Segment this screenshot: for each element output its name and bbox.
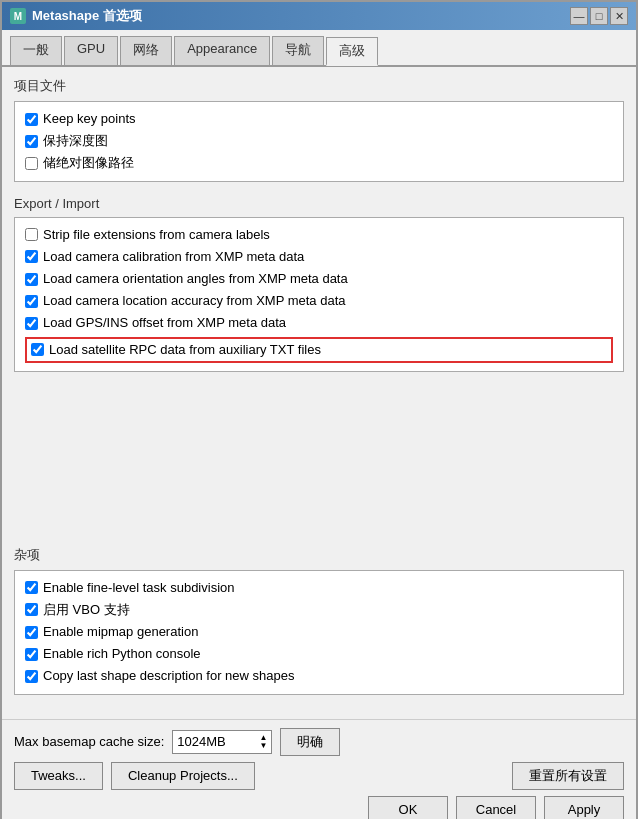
footer: Max basemap cache size: 1024MB ▲ ▼ 明确 Tw…: [2, 719, 636, 819]
project-files-section: 项目文件 Keep key points 保持深度图 储绝对图像路径: [14, 77, 624, 182]
dialog-title: Metashape 首选项: [32, 7, 142, 25]
footer-bottom-left: Tweaks... Cleanup Projects...: [14, 762, 255, 790]
ok-cache-button[interactable]: 明确: [280, 728, 340, 756]
strip-extensions-label: Strip file extensions from camera labels: [43, 226, 270, 244]
satellite-rpc-checkbox[interactable]: [31, 343, 44, 356]
copy-shape-checkbox[interactable]: [25, 670, 38, 683]
copy-shape-label: Copy last shape description for new shap…: [43, 667, 294, 685]
checkbox-strip-extensions: Strip file extensions from camera labels: [25, 226, 613, 244]
checkbox-satellite-rpc: Load satellite RPC data from auxiliary T…: [25, 337, 613, 363]
project-files-box: Keep key points 保持深度图 储绝对图像路径: [14, 101, 624, 182]
camera-orientation-label: Load camera orientation angles from XMP …: [43, 270, 348, 288]
misc-box: Enable fine-level task subdivision 启用 VB…: [14, 570, 624, 695]
rich-python-label: Enable rich Python console: [43, 645, 201, 663]
arrow-down-icon[interactable]: ▼: [259, 742, 267, 750]
tab-gpu[interactable]: GPU: [64, 36, 118, 65]
camera-location-label: Load camera location accuracy from XMP m…: [43, 292, 346, 310]
keep-depth-label: 保持深度图: [43, 132, 108, 150]
minimize-button[interactable]: —: [570, 7, 588, 25]
cleanup-button[interactable]: Cleanup Projects...: [111, 762, 255, 790]
gps-ins-checkbox[interactable]: [25, 317, 38, 330]
checkbox-keep-key-points: Keep key points: [25, 110, 613, 128]
footer-bottom-right: 重置所有设置: [512, 762, 624, 790]
misc-title: 杂项: [14, 546, 624, 564]
export-import-section: Export / Import Strip file extensions fr…: [14, 196, 624, 372]
checkbox-absolute-path: 储绝对图像路径: [25, 154, 613, 172]
tab-appearance[interactable]: Appearance: [174, 36, 270, 65]
title-bar: M Metashape 首选项 — □ ✕: [2, 2, 636, 30]
checkbox-copy-shape: Copy last shape description for new shap…: [25, 667, 613, 685]
camera-location-checkbox[interactable]: [25, 295, 38, 308]
cache-arrows[interactable]: ▲ ▼: [259, 734, 267, 750]
satellite-rpc-label: Load satellite RPC data from auxiliary T…: [49, 341, 321, 359]
apply-button[interactable]: Apply: [544, 796, 624, 819]
misc-section: 杂项 Enable fine-level task subdivision 启用…: [14, 546, 624, 695]
footer-action-row: OK Cancel Apply: [14, 796, 624, 819]
checkbox-keep-depth: 保持深度图: [25, 132, 613, 150]
tab-network[interactable]: 网络: [120, 36, 172, 65]
export-import-title: Export / Import: [14, 196, 624, 211]
checkbox-fine-level: Enable fine-level task subdivision: [25, 579, 613, 597]
camera-orientation-checkbox[interactable]: [25, 273, 38, 286]
fine-level-label: Enable fine-level task subdivision: [43, 579, 235, 597]
project-files-title: 项目文件: [14, 77, 624, 95]
export-import-box: Strip file extensions from camera labels…: [14, 217, 624, 372]
checkbox-gps-ins: Load GPS/INS offset from XMP meta data: [25, 314, 613, 332]
mipmap-label: Enable mipmap generation: [43, 623, 198, 641]
maximize-button[interactable]: □: [590, 7, 608, 25]
tab-general[interactable]: 一般: [10, 36, 62, 65]
keep-key-points-label: Keep key points: [43, 110, 136, 128]
app-icon: M: [10, 8, 26, 24]
footer-bottom-row: Tweaks... Cleanup Projects... 重置所有设置: [14, 762, 624, 790]
camera-calibration-label: Load camera calibration from XMP meta da…: [43, 248, 304, 266]
checkbox-camera-orientation: Load camera orientation angles from XMP …: [25, 270, 613, 288]
cache-label: Max basemap cache size:: [14, 734, 164, 749]
cache-value: 1024MB: [177, 734, 225, 749]
title-bar-controls: — □ ✕: [570, 7, 628, 25]
reset-button[interactable]: 重置所有设置: [512, 762, 624, 790]
checkbox-mipmap: Enable mipmap generation: [25, 623, 613, 641]
gps-ins-label: Load GPS/INS offset from XMP meta data: [43, 314, 286, 332]
tab-advanced[interactable]: 高级: [326, 37, 378, 66]
cache-row: Max basemap cache size: 1024MB ▲ ▼ 明确: [14, 728, 624, 756]
title-bar-left: M Metashape 首选项: [10, 7, 142, 25]
tweaks-button[interactable]: Tweaks...: [14, 762, 103, 790]
absolute-path-checkbox[interactable]: [25, 157, 38, 170]
tab-bar: 一般 GPU 网络 Appearance 导航 高级: [2, 30, 636, 67]
cancel-button[interactable]: Cancel: [456, 796, 536, 819]
camera-calibration-checkbox[interactable]: [25, 250, 38, 263]
checkbox-vbo: 启用 VBO 支持: [25, 601, 613, 619]
tab-navigation[interactable]: 导航: [272, 36, 324, 65]
mipmap-checkbox[interactable]: [25, 626, 38, 639]
vbo-label: 启用 VBO 支持: [43, 601, 130, 619]
rich-python-checkbox[interactable]: [25, 648, 38, 661]
spacer: [14, 386, 624, 546]
vbo-checkbox[interactable]: [25, 603, 38, 616]
close-button[interactable]: ✕: [610, 7, 628, 25]
absolute-path-label: 储绝对图像路径: [43, 154, 134, 172]
fine-level-checkbox[interactable]: [25, 581, 38, 594]
keep-key-points-checkbox[interactable]: [25, 113, 38, 126]
cache-select[interactable]: 1024MB ▲ ▼: [172, 730, 272, 754]
content-area: 项目文件 Keep key points 保持深度图 储绝对图像路径 Expor…: [2, 67, 636, 719]
ok-button[interactable]: OK: [368, 796, 448, 819]
keep-depth-checkbox[interactable]: [25, 135, 38, 148]
checkbox-camera-location: Load camera location accuracy from XMP m…: [25, 292, 613, 310]
preferences-dialog: M Metashape 首选项 — □ ✕ 一般 GPU 网络 Appearan…: [0, 0, 638, 819]
checkbox-camera-calibration: Load camera calibration from XMP meta da…: [25, 248, 613, 266]
strip-extensions-checkbox[interactable]: [25, 228, 38, 241]
checkbox-rich-python: Enable rich Python console: [25, 645, 613, 663]
